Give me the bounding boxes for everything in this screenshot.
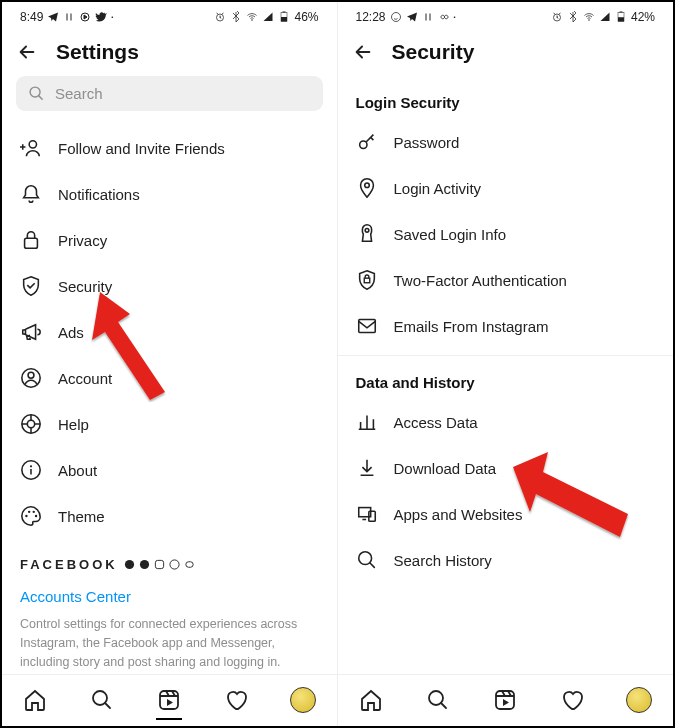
- accounts-center-link[interactable]: Accounts Center: [2, 578, 337, 609]
- svg-point-18: [35, 515, 37, 517]
- info-icon: [20, 459, 42, 481]
- menu-label: Password: [394, 134, 460, 151]
- nav-home-icon[interactable]: [358, 687, 384, 713]
- keyhole-icon: [356, 223, 378, 245]
- svg-point-10: [28, 372, 34, 378]
- header-right: Security: [338, 30, 674, 76]
- svg-rect-5: [283, 12, 286, 13]
- nav-search-icon[interactable]: [425, 687, 451, 713]
- menu-label: About: [58, 462, 97, 479]
- svg-point-16: [28, 511, 30, 513]
- svg-point-22: [170, 560, 179, 569]
- menu-account[interactable]: Account: [2, 355, 337, 401]
- page-title: Settings: [56, 40, 139, 64]
- status-time: 8:49: [20, 10, 43, 24]
- menu-label: Emails From Instagram: [394, 318, 549, 335]
- menu-apps-websites[interactable]: Apps and Websites: [338, 491, 674, 537]
- menu-about[interactable]: About: [2, 447, 337, 493]
- menu-saved-login[interactable]: Saved Login Info: [338, 211, 674, 257]
- menu-login-activity[interactable]: Login Activity: [338, 165, 674, 211]
- settings-screen: 8:49 • 46% Settings Search Fo: [2, 2, 338, 726]
- menu-search-history[interactable]: Search History: [338, 537, 674, 583]
- search-input[interactable]: Search: [16, 76, 323, 111]
- battery-icon: [615, 11, 627, 23]
- back-arrow-icon[interactable]: [352, 41, 374, 63]
- bottom-nav-left: [2, 674, 337, 726]
- nav-profile-avatar[interactable]: [626, 687, 652, 713]
- menu-download-data[interactable]: Download Data: [338, 445, 674, 491]
- bluetooth-icon: [230, 11, 242, 23]
- bottom-nav-right: [338, 674, 674, 726]
- megaphone-icon: [20, 321, 42, 343]
- header-left: Settings: [2, 30, 337, 76]
- menu-label: Security: [58, 278, 112, 295]
- menu-notifications[interactable]: Notifications: [2, 171, 337, 217]
- key-icon: [356, 131, 378, 153]
- menu-security[interactable]: Security: [2, 263, 337, 309]
- location-icon: [356, 177, 378, 199]
- search-placeholder: Search: [55, 85, 103, 102]
- security-menu: Login Security Password Login Activity S…: [338, 76, 674, 674]
- menu-label: Two-Factor Authentication: [394, 272, 567, 289]
- menu-ads[interactable]: Ads: [2, 309, 337, 355]
- svg-point-20: [140, 560, 149, 569]
- menu-privacy[interactable]: Privacy: [2, 217, 337, 263]
- nav-reels-icon[interactable]: [492, 687, 518, 713]
- svg-rect-21: [155, 560, 163, 568]
- battery-pct: 42%: [631, 10, 655, 24]
- wifi-icon: [583, 11, 595, 23]
- svg-point-2: [252, 19, 254, 21]
- menu-label: Theme: [58, 508, 105, 525]
- menu-help[interactable]: Help: [2, 401, 337, 447]
- menu-label: Ads: [58, 324, 84, 341]
- download-icon: [356, 457, 378, 479]
- whatsapp-icon: [390, 11, 402, 23]
- menu-label: Access Data: [394, 414, 478, 431]
- twitter-icon: [95, 11, 107, 23]
- nav-heart-icon[interactable]: [223, 687, 249, 713]
- menu-access-data[interactable]: Access Data: [338, 399, 674, 445]
- svg-rect-30: [618, 17, 624, 21]
- menu-label: Help: [58, 416, 89, 433]
- help-icon: [20, 413, 42, 435]
- svg-rect-41: [496, 691, 514, 709]
- menu-password[interactable]: Password: [338, 119, 674, 165]
- menu-label: Search History: [394, 552, 492, 569]
- svg-rect-35: [364, 278, 370, 283]
- settings-menu: Follow and Invite Friends Notifications …: [2, 125, 337, 674]
- signal-icon: [599, 11, 611, 23]
- menu-follow-invite[interactable]: Follow and Invite Friends: [2, 125, 337, 171]
- menu-two-factor[interactable]: Two-Factor Authentication: [338, 257, 674, 303]
- accounts-center-desc: Control settings for connected experienc…: [2, 609, 337, 674]
- nav-home-icon[interactable]: [22, 687, 48, 713]
- mail-icon: [356, 315, 378, 337]
- svg-point-14: [30, 465, 32, 467]
- search-icon: [356, 549, 378, 571]
- nav-profile-avatar[interactable]: [290, 687, 316, 713]
- search-icon: [28, 85, 45, 102]
- nav-search-icon[interactable]: [89, 687, 115, 713]
- menu-label: Saved Login Info: [394, 226, 507, 243]
- menu-label: Follow and Invite Friends: [58, 140, 225, 157]
- dot-icon: •: [454, 14, 456, 20]
- telegram-icon: [47, 11, 59, 23]
- svg-point-17: [33, 511, 35, 513]
- devices-icon: [356, 503, 378, 525]
- palette-icon: [20, 505, 42, 527]
- security-screen: 12:28 • 42% Security Login Security Pass…: [338, 2, 674, 726]
- menu-theme[interactable]: Theme: [2, 493, 337, 539]
- battery-pct: 46%: [294, 10, 318, 24]
- wifi-icon: [246, 11, 258, 23]
- svg-rect-25: [160, 691, 178, 709]
- menu-label: Download Data: [394, 460, 497, 477]
- svg-rect-23: [186, 562, 193, 568]
- svg-rect-36: [358, 320, 375, 333]
- menu-emails-instagram[interactable]: Emails From Instagram: [338, 303, 674, 349]
- nav-heart-icon[interactable]: [559, 687, 585, 713]
- signal-icon: [262, 11, 274, 23]
- back-arrow-icon[interactable]: [16, 41, 38, 63]
- nav-reels-icon[interactable]: [156, 687, 182, 713]
- status-bar-right: 12:28 • 42%: [338, 2, 674, 30]
- svg-point-12: [27, 420, 34, 427]
- menu-label: Apps and Websites: [394, 506, 523, 523]
